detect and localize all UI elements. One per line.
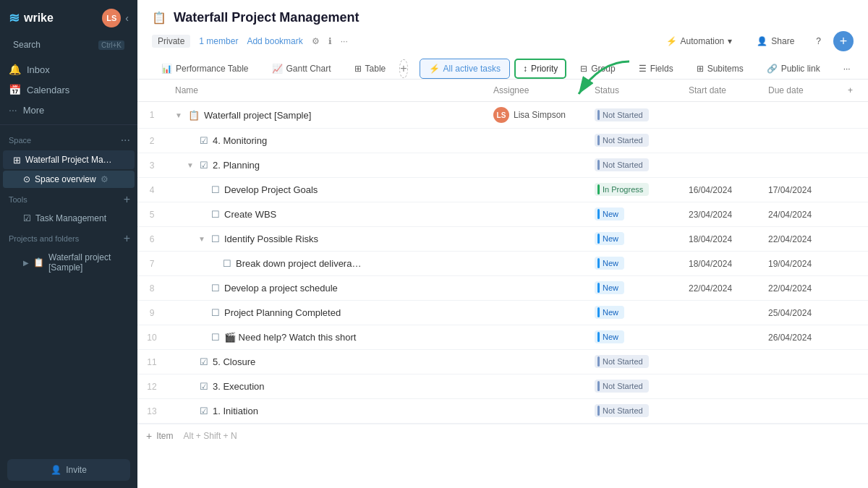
more-meta-icon[interactable]: ··· <box>341 36 348 46</box>
more-toolbar-button[interactable]: ··· <box>834 59 854 79</box>
task-name-cell[interactable]: ☐Develop Project Goals <box>166 178 485 202</box>
task-status-cell[interactable]: Not Started <box>586 399 680 424</box>
table-row[interactable]: 13☑1. InitiationNot Started <box>137 399 868 424</box>
sidebar-item-waterfall-project-sample[interactable]: ▶ 📋 Waterfall project [Sample] <box>3 249 135 276</box>
public-link-button[interactable]: 🔗 Public link <box>757 59 830 79</box>
add-bookmark-link[interactable]: Add bookmark <box>247 36 302 46</box>
add-button[interactable]: + <box>833 31 854 51</box>
status-badge[interactable]: Not Started <box>595 380 649 393</box>
row-number: 7 <box>137 252 166 276</box>
invite-button[interactable]: 👤 Invite <box>7 459 130 481</box>
priority-button[interactable]: ↕ Priority <box>514 59 566 79</box>
status-badge[interactable]: New <box>595 232 624 245</box>
help-button[interactable]: ? <box>809 33 827 50</box>
task-status-cell[interactable]: Not Started <box>586 374 680 399</box>
task-status-cell[interactable]: New <box>586 227 680 252</box>
table-row[interactable]: 6▼☐Identify Possible RisksNew18/04/20242… <box>137 227 868 252</box>
col-name[interactable]: Name <box>166 80 485 102</box>
table-button[interactable]: ⊞ Table <box>345 59 396 79</box>
status-badge[interactable]: New <box>595 306 624 319</box>
status-badge[interactable]: New <box>595 207 624 221</box>
task-name-cell[interactable]: ▼☑2. Planning <box>166 153 485 178</box>
expand-row-icon[interactable]: ▼ <box>198 235 207 243</box>
table-row[interactable]: 11☑5. ClosureNot Started <box>137 350 868 374</box>
table-row[interactable]: 5☐Create WBSNew23/04/202424/04/2024 <box>137 202 868 227</box>
sidebar-item-space-overview[interactable]: ⊙ Space overview ⚙ <box>3 171 135 188</box>
sidebar-item-waterfall-project[interactable]: ⊞ Waterfall Project Managem... ··· <box>3 150 135 169</box>
col-add[interactable]: + <box>839 80 868 102</box>
table-row[interactable]: 1▼📋Waterfall project [Sample]LSLisa Simp… <box>137 102 868 129</box>
performance-table-button[interactable]: 📊 Performance Table <box>152 59 258 79</box>
table-header: Name Assignee Status Start date Due date… <box>137 80 868 102</box>
task-status-cell[interactable]: New <box>586 325 680 350</box>
task-status-cell[interactable]: New <box>586 202 680 227</box>
collapse-sidebar-button[interactable]: ‹ <box>125 12 129 24</box>
sidebar-item-inbox[interactable]: 🔔 Inbox <box>0 59 137 80</box>
group-button[interactable]: ⊟ Group <box>571 59 624 79</box>
task-status-cell[interactable]: Not Started <box>586 153 680 178</box>
task-status-cell[interactable]: Not Started <box>586 350 680 374</box>
sidebar-item-more[interactable]: ··· More <box>0 100 137 120</box>
table-row[interactable]: 7☐Break down project delivera…New18/04/2… <box>137 252 868 276</box>
status-badge[interactable]: New <box>595 257 624 270</box>
col-assignee[interactable]: Assignee <box>485 80 586 102</box>
task-name-cell[interactable]: ☐Develop a project schedule <box>166 276 485 301</box>
col-start-date[interactable]: Start date <box>680 80 760 102</box>
task-name-cell[interactable]: ☐Create WBS <box>166 202 485 227</box>
fields-button[interactable]: ☰ Fields <box>629 59 683 79</box>
table-row[interactable]: 2☑4. MonitoringNot Started <box>137 129 868 153</box>
tools-add-btn[interactable]: + <box>124 193 130 206</box>
task-name-cell[interactable]: ☐🎬 Need help? Watch this short <box>166 325 485 350</box>
task-name-cell[interactable]: ☐Break down project delivera… <box>166 252 485 276</box>
status-badge[interactable]: Not Started <box>595 404 649 417</box>
members-link[interactable]: 1 member <box>199 36 238 46</box>
status-badge[interactable]: Not Started <box>595 158 649 171</box>
task-status-cell[interactable]: In Progress <box>586 178 680 202</box>
task-status-cell[interactable]: New <box>586 276 680 301</box>
task-status-cell[interactable]: Not Started <box>586 129 680 153</box>
status-badge[interactable]: In Progress <box>595 183 649 196</box>
status-badge[interactable]: New <box>595 281 624 294</box>
task-name-cell[interactable]: ▼☐Identify Possible Risks <box>166 227 485 252</box>
user-avatar[interactable]: LS <box>102 9 121 27</box>
automation-button[interactable]: ⚡ Automation ▾ <box>657 31 742 51</box>
task-name-cell[interactable]: ☑4. Monitoring <box>166 129 485 153</box>
share-button[interactable]: 👤 Share <box>747 31 804 51</box>
task-name-cell[interactable]: ☑1. Initiation <box>166 399 485 424</box>
table-row[interactable]: 8☐Develop a project scheduleNew22/04/202… <box>137 276 868 301</box>
all-active-tasks-button[interactable]: ⚡ All active tasks <box>420 59 510 79</box>
task-name-cell[interactable]: ▼📋Waterfall project [Sample] <box>166 102 485 129</box>
task-status-cell[interactable]: New <box>586 301 680 325</box>
col-status[interactable]: Status <box>586 80 680 102</box>
status-badge[interactable]: Not Started <box>595 355 649 368</box>
status-badge[interactable]: New <box>595 330 624 343</box>
col-due-date[interactable]: Due date <box>760 80 839 102</box>
add-view-button[interactable]: + <box>399 59 407 78</box>
sidebar-item-calendars[interactable]: 📅 Calendars <box>0 80 137 100</box>
space-settings-icon[interactable]: ⚙ <box>101 174 109 184</box>
add-item-row[interactable]: + Item Alt + Shift + N <box>137 424 868 448</box>
status-badge[interactable]: Not Started <box>595 134 649 147</box>
space-more-btn[interactable]: ··· <box>121 134 130 147</box>
task-status-cell[interactable]: Not Started <box>586 102 680 129</box>
task-status-cell[interactable]: New <box>586 252 680 276</box>
sidebar-search[interactable]: Search Ctrl+K <box>7 36 130 53</box>
expand-row-icon[interactable]: ▼ <box>187 161 195 169</box>
task-name-cell[interactable]: ☑3. Execution <box>166 374 485 399</box>
table-row[interactable]: 4☐Develop Project GoalsIn Progress16/04/… <box>137 178 868 202</box>
table-row[interactable]: 9☐Project Planning CompletedNew25/04/202… <box>137 301 868 325</box>
expand-row-icon[interactable]: ▼ <box>175 111 184 119</box>
gantt-chart-button[interactable]: 📈 Gantt Chart <box>263 59 341 79</box>
status-badge[interactable]: Not Started <box>595 108 649 121</box>
task-start-date-cell: 18/04/2024 <box>680 252 760 276</box>
projects-add-btn[interactable]: + <box>124 232 130 245</box>
task-name-cell[interactable]: ☐Project Planning Completed <box>166 301 485 325</box>
sidebar-item-task-management[interactable]: ☑ Task Management <box>3 210 135 227</box>
table-row[interactable]: 12☑3. ExecutionNot Started <box>137 374 868 399</box>
table-row[interactable]: 3▼☑2. PlanningNot Started <box>137 153 868 178</box>
table-row[interactable]: 10☐🎬 Need help? Watch this shortNew26/04… <box>137 325 868 350</box>
task-name-cell[interactable]: ☑5. Closure <box>166 350 485 374</box>
settings-meta-icon[interactable]: ⚙ <box>312 36 320 46</box>
info-meta-icon[interactable]: ℹ <box>328 36 332 46</box>
subitems-button[interactable]: ⊞ Subitems <box>687 59 753 79</box>
